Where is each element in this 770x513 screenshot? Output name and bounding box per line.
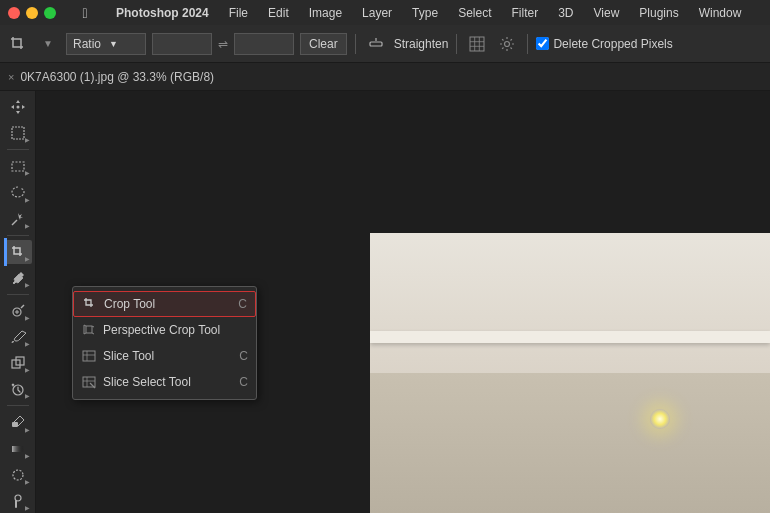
settings-icon[interactable]	[495, 32, 519, 56]
close-button[interactable]	[8, 7, 20, 19]
tool-brush[interactable]: ▶	[4, 325, 32, 349]
options-bar: ▼ Ratio ▼ ⇌ Clear Straighten Delete Crop…	[0, 25, 770, 63]
crop-mode-icon: ▼	[36, 32, 60, 56]
height-input[interactable]	[234, 33, 294, 55]
slice-tool-shortcut: C	[239, 349, 248, 363]
menu-window[interactable]: Window	[689, 0, 752, 25]
crop-tool-flyout-icon	[82, 296, 98, 312]
ratio-label: Ratio	[73, 37, 101, 51]
width-input[interactable]	[152, 33, 212, 55]
flyout-menu: Crop Tool C Perspective Crop Tool	[72, 286, 257, 400]
crop-tool-label: Crop Tool	[104, 297, 232, 311]
perspective-crop-icon	[81, 322, 97, 338]
slice-tool-icon	[81, 348, 97, 364]
flyout-arrow: ▶	[25, 222, 30, 229]
menu-plugins[interactable]: Plugins	[629, 0, 688, 25]
swap-icon[interactable]: ⇌	[218, 37, 228, 51]
delete-cropped-label: Delete Cropped Pixels	[553, 37, 672, 51]
flyout-arrow: ▶	[25, 366, 30, 373]
tool-gradient[interactable]: ▶	[4, 437, 32, 461]
flyout-arrow: ▶	[25, 478, 30, 485]
tool-history[interactable]: ▶	[4, 377, 32, 401]
svg-rect-9	[12, 127, 24, 139]
app-name[interactable]: Photoshop 2024	[106, 0, 219, 25]
separator-3	[527, 34, 528, 54]
menu-image[interactable]: Image	[299, 0, 352, 25]
flyout-slice-select-tool[interactable]: Slice Select Tool C	[73, 369, 256, 395]
active-indicator	[4, 238, 7, 266]
apple-logo: 	[64, 5, 106, 21]
svg-line-11	[12, 220, 17, 225]
separator-1	[355, 34, 356, 54]
flyout-arrow: ▶	[25, 136, 30, 143]
flyout-arrow: ▶	[25, 169, 30, 176]
clear-button[interactable]: Clear	[300, 33, 347, 55]
tool-lasso[interactable]: ▶	[4, 180, 32, 204]
flyout-arrow: ▶	[25, 452, 30, 459]
tool-magic-wand[interactable]: ▶	[4, 207, 32, 231]
tool-blur[interactable]: ▶	[4, 463, 32, 487]
menu-file[interactable]: File	[219, 0, 258, 25]
room-wall	[370, 373, 770, 513]
tool-eyedropper[interactable]: ▶	[4, 266, 32, 290]
tool-artboard[interactable]: ▶	[4, 121, 32, 145]
tool-marquee[interactable]: ▶	[4, 154, 32, 178]
flyout-arrow: ▶	[25, 255, 30, 262]
tool-dodge[interactable]: ▶	[4, 489, 32, 513]
minimize-button[interactable]	[26, 7, 38, 19]
menu-type[interactable]: Type	[402, 0, 448, 25]
canvas-area: Crop Tool C Perspective Crop Tool	[36, 91, 770, 513]
tab-close-button[interactable]: ×	[8, 71, 14, 83]
flyout-arrow: ▶	[25, 281, 30, 288]
separator	[7, 405, 29, 406]
main-area: ▶ ▶ ▶ ▶	[0, 91, 770, 513]
flyout-arrow: ▶	[25, 426, 30, 433]
tool-healing[interactable]: ▶	[4, 299, 32, 323]
slice-select-icon	[81, 374, 97, 390]
slice-select-shortcut: C	[239, 375, 248, 389]
menu-3d[interactable]: 3D	[548, 0, 583, 25]
flyout-perspective-crop-tool[interactable]: Perspective Crop Tool	[73, 317, 256, 343]
tab-filename: 0K7A6300 (1).jpg @ 33.3% (RGB/8)	[20, 70, 214, 84]
flyout-arrow: ▶	[25, 314, 30, 321]
flyout-slice-tool[interactable]: Slice Tool C	[73, 343, 256, 369]
menu-edit[interactable]: Edit	[258, 0, 299, 25]
separator	[7, 149, 29, 150]
svg-point-8	[16, 106, 19, 109]
toolbar: ▶ ▶ ▶ ▶	[0, 91, 36, 513]
crop-tool-icon	[6, 32, 30, 56]
svg-rect-23	[83, 351, 95, 361]
tool-clone[interactable]: ▶	[4, 351, 32, 375]
flyout-arrow: ▶	[25, 504, 30, 511]
grid-overlay-icon[interactable]	[465, 32, 489, 56]
tab-bar: × 0K7A6300 (1).jpg @ 33.3% (RGB/8)	[0, 63, 770, 91]
svg-line-13	[21, 305, 24, 308]
separator	[7, 294, 29, 295]
straighten-icon	[364, 32, 388, 56]
tool-move[interactable]	[4, 95, 32, 119]
menu-select[interactable]: Select	[448, 0, 501, 25]
ratio-dropdown[interactable]: Ratio ▼	[66, 33, 146, 55]
perspective-crop-label: Perspective Crop Tool	[103, 323, 242, 337]
svg-point-21	[13, 470, 23, 480]
maximize-button[interactable]	[44, 7, 56, 19]
flyout-arrow: ▶	[25, 340, 30, 347]
slice-select-label: Slice Select Tool	[103, 375, 233, 389]
svg-rect-20	[12, 446, 24, 452]
svg-point-7	[505, 41, 510, 46]
canvas-image	[370, 233, 770, 513]
separator-2	[456, 34, 457, 54]
flyout-arrow: ▶	[25, 392, 30, 399]
crop-tool-shortcut: C	[238, 297, 247, 311]
menu-filter[interactable]: Filter	[501, 0, 548, 25]
room-molding	[370, 331, 770, 343]
tool-crop[interactable]: ▶	[4, 240, 32, 264]
menu-layer[interactable]: Layer	[352, 0, 402, 25]
delete-cropped-checkbox[interactable]: Delete Cropped Pixels	[536, 37, 672, 51]
flyout-crop-tool[interactable]: Crop Tool C	[73, 291, 256, 317]
tool-eraser[interactable]: ▶	[4, 410, 32, 434]
separator	[7, 235, 29, 236]
room-light	[650, 409, 670, 429]
menu-view[interactable]: View	[584, 0, 630, 25]
svg-rect-2	[470, 37, 484, 51]
